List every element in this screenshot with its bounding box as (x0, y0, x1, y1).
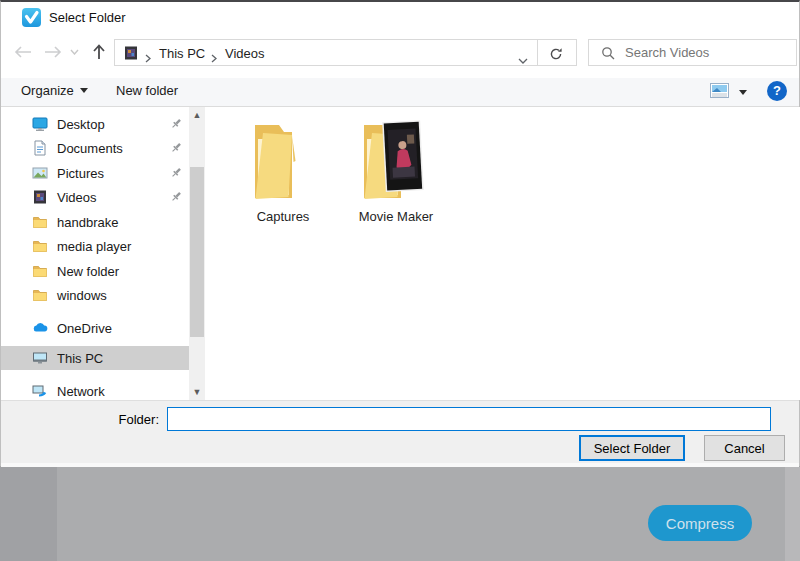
background-right-edge (785, 467, 800, 561)
address-divider (537, 40, 538, 65)
forward-button[interactable] (41, 40, 65, 64)
folder-icon (32, 214, 48, 230)
organize-dropdown-caret-icon (80, 88, 88, 93)
refresh-button[interactable] (543, 44, 569, 63)
sidebar-item-this-pc[interactable]: This PC (1, 346, 189, 370)
organize-button[interactable]: Organize (21, 83, 88, 98)
select-folder-dialog: Select Folder This (0, 0, 800, 467)
address-bar[interactable]: This PC Videos (114, 39, 577, 66)
file-list-area[interactable]: Captures (206, 107, 800, 400)
folder-tile-movie-maker[interactable]: Movie Maker (341, 115, 451, 330)
select-folder-button[interactable]: Select Folder (579, 435, 685, 461)
this-pc-icon (32, 350, 48, 366)
desktop-icon (32, 116, 48, 132)
sidebar-item-new-folder[interactable]: New folder (1, 259, 189, 283)
dialog-footer: Folder: Select Folder Cancel (1, 400, 799, 463)
scroll-down-icon[interactable]: ▼ (189, 384, 205, 400)
app-logo-icon (22, 8, 41, 27)
scroll-up-icon[interactable]: ▲ (189, 107, 205, 123)
screen: Select Folder This (0, 0, 800, 561)
folder-field-label: Folder: (101, 412, 159, 427)
picture-icon (32, 165, 48, 181)
folder-name-input[interactable] (167, 407, 771, 431)
pin-icon (169, 141, 183, 155)
sidebar-item-pictures[interactable]: Pictures (1, 161, 189, 185)
folder-label: Captures (228, 209, 338, 224)
sidebar-item-media-player[interactable]: media player (1, 234, 189, 258)
navigation-bar: This PC Videos (1, 32, 799, 72)
video-icon (32, 189, 48, 205)
change-view-button[interactable] (710, 83, 729, 102)
dialog-title: Select Folder (49, 10, 126, 25)
folder-tile-captures[interactable]: Captures (228, 115, 338, 330)
folder-icon (32, 238, 48, 254)
recent-locations-chevron-icon[interactable] (67, 40, 81, 64)
back-button[interactable] (11, 40, 35, 64)
sidebar-item-windows[interactable]: windows (1, 283, 189, 307)
up-button[interactable] (87, 40, 111, 64)
breadcrumb-this-pc[interactable]: This PC (159, 46, 205, 61)
videos-location-icon (123, 45, 139, 65)
folder-video-icon (350, 115, 442, 207)
folder-icon (32, 287, 48, 303)
pin-icon (169, 117, 183, 131)
navigation-pane: Desktop Documents Pictures Videos (1, 107, 206, 400)
breadcrumb-separator-icon (211, 49, 217, 67)
pin-icon (169, 190, 183, 204)
sidebar-item-onedrive[interactable]: OneDrive (1, 316, 189, 340)
onedrive-icon (32, 320, 48, 336)
pin-icon (169, 166, 183, 180)
cancel-button[interactable]: Cancel (704, 435, 785, 461)
search-input[interactable] (625, 41, 790, 64)
help-button[interactable]: ? (767, 81, 787, 101)
address-dropdown-chevron-icon[interactable] (518, 50, 528, 68)
background-app-dimmed: Compress (0, 467, 800, 561)
sidebar-scrollbar[interactable]: ▲ ▼ (189, 107, 205, 400)
folder-label: Movie Maker (341, 209, 451, 224)
sidebar-item-documents[interactable]: Documents (1, 136, 189, 160)
breadcrumb-videos[interactable]: Videos (225, 46, 265, 61)
command-toolbar: Organize New folder ? (1, 78, 799, 107)
view-dropdown-caret-icon[interactable] (739, 90, 747, 95)
dialog-titlebar: Select Folder (1, 2, 799, 32)
dialog-body: Desktop Documents Pictures Videos (1, 107, 799, 400)
folder-icon (32, 263, 48, 279)
new-folder-button[interactable]: New folder (116, 83, 178, 98)
scrollbar-thumb[interactable] (190, 167, 204, 337)
compress-button[interactable]: Compress (648, 505, 752, 541)
sidebar-item-handbrake[interactable]: handbrake (1, 210, 189, 234)
search-icon (601, 46, 615, 60)
background-left-panel (0, 467, 57, 561)
sidebar-item-desktop[interactable]: Desktop (1, 112, 189, 136)
search-box[interactable] (588, 39, 797, 66)
folder-icon (237, 115, 329, 207)
sidebar-item-videos[interactable]: Videos (1, 185, 189, 209)
breadcrumb-separator-icon (145, 49, 151, 67)
network-icon (32, 383, 48, 399)
document-icon (32, 140, 48, 156)
